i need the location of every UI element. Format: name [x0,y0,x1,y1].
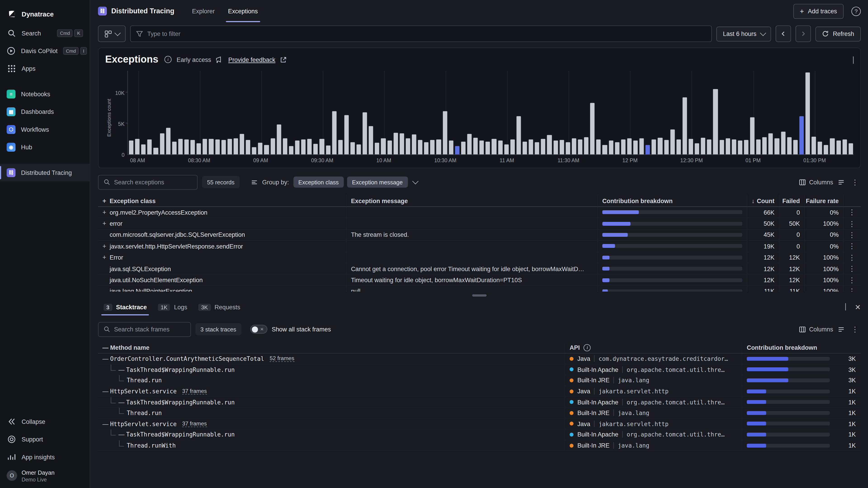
tab-explorer[interactable]: Explorer [185,0,221,22]
chart-bar[interactable] [535,142,539,154]
collapse-row-icon[interactable]: — [119,431,126,438]
column-header-exception-message[interactable]: Exception message [346,195,598,206]
stack-frame-row[interactable]: —TaskThread$WrappingRunnable.run Built-I… [98,429,861,440]
chart-bar[interactable] [295,141,300,154]
chart-bar[interactable] [209,139,213,155]
chart-bar[interactable] [381,138,385,154]
user-menu[interactable]: O Omer Dayan Demo Live [0,466,90,488]
sidebar-item-collapse[interactable]: Collapse [0,413,90,430]
chart-bar[interactable] [812,136,816,155]
frames-badge[interactable]: 37 frames [182,420,207,427]
sidebar-item-support[interactable]: Support [0,430,90,448]
chart-bar[interactable] [264,145,269,154]
chart-bar[interactable] [787,137,792,154]
group-by-chip[interactable]: Exception message [347,176,408,188]
chart-bar[interactable] [215,139,220,154]
column-header-count[interactable]: ↓Count [747,195,779,206]
expand-row-icon[interactable]: + [102,242,110,250]
column-header-method-name[interactable]: —Method name [98,342,565,353]
chart-bar[interactable] [375,142,379,154]
chart-bar[interactable] [615,142,619,154]
chart-bar[interactable] [818,141,822,155]
chart-bar[interactable] [129,141,133,154]
sidebar-item-hub[interactable]: ◉Hub [0,138,90,156]
chart-bar[interactable] [633,141,638,154]
refresh-button[interactable]: Refresh [815,26,861,41]
time-prev-button[interactable] [776,26,792,42]
column-header-contribution[interactable]: Contribution breakdown [598,195,747,206]
sidebar-item-davis-copilot[interactable]: Davis CoPilot CmdI [0,42,90,60]
provide-feedback-link[interactable]: Provide feedback [228,56,275,63]
exception-row[interactable]: +Error 12K 12K 100% ⋮ [98,252,861,263]
panel-collapse-chevron-icon[interactable] [853,56,854,63]
row-kebab-icon[interactable]: ⋮ [846,208,858,217]
chart-plot-area[interactable] [127,71,854,155]
chart-bar[interactable] [412,135,416,155]
row-kebab-icon[interactable]: ⋮ [846,265,858,273]
expand-row-icon[interactable]: + [102,254,110,261]
exception-row[interactable]: com.microsoft.sqlserver.jdbc.SQLServerEx… [98,230,861,241]
row-kebab-icon[interactable]: ⋮ [846,253,858,262]
show-all-stack-frames-toggle[interactable]: ✕ [250,325,267,334]
chart-bar[interactable] [541,139,546,155]
search-stack-frames-input[interactable]: Search stack frames [98,322,191,337]
more-options-kebab-icon[interactable]: ⋮ [849,178,861,186]
stack-frame-row[interactable]: Thread.run Built-In JRE java.lang 1K [98,408,861,419]
collapse-all-icon[interactable]: — [102,344,110,351]
chart-bar[interactable] [602,145,607,154]
chart-bar[interactable] [221,140,226,154]
chart-bar[interactable] [578,139,583,154]
chart-bar[interactable] [172,141,177,155]
more-options-kebab-icon[interactable]: ⋮ [849,325,861,333]
chart-bar[interactable] [467,134,472,155]
chart-bar[interactable] [744,140,748,154]
chart-bar[interactable] [203,139,207,155]
chart-bar-highlighted[interactable] [455,147,460,155]
row-kebab-icon[interactable]: ⋮ [846,287,858,292]
chart-bar[interactable] [492,139,496,155]
chart-bar[interactable] [393,133,398,154]
chart-bar[interactable] [640,138,644,154]
stack-frame-row[interactable]: —TaskThread$WrappingRunnable.run Built-I… [98,364,861,375]
chart-bar[interactable] [320,139,324,155]
column-header-exception-class[interactable]: +Exception class [98,195,346,206]
stack-frame-row[interactable]: —OrderController.CountArythmeticSequence… [98,354,861,364]
chart-bar[interactable] [449,141,453,154]
chart-bar[interactable] [486,141,490,155]
stack-frame-row[interactable]: Thread.runWith Built-In JRE java.lang 1K [98,440,861,451]
chart-bar[interactable] [664,140,669,154]
sidebar-item-notebooks[interactable]: ≡Notebooks [0,85,90,103]
chart-bar[interactable] [529,139,533,154]
chart-bar[interactable] [436,139,441,154]
exception-row[interactable]: java.lang.NullPointerException null 11K … [98,286,861,291]
chart-bar[interactable] [559,140,564,154]
time-range-button[interactable]: Last 6 hours [716,26,772,41]
chart-bar[interactable] [584,137,589,154]
sidebar-item-distributed-tracing[interactable]: ⛓Distributed Tracing [0,164,90,182]
chart-bar[interactable] [258,142,263,154]
chart-bar[interactable] [301,139,306,154]
chart-bar[interactable] [621,139,625,154]
help-icon[interactable]: ? [851,6,861,16]
chart-bar[interactable] [246,140,250,154]
chart-bar[interactable] [184,139,189,154]
chart-bar[interactable] [713,89,718,154]
columns-button[interactable]: Columns [799,326,833,333]
expand-all-icon[interactable]: + [102,197,110,204]
chart-bar[interactable] [160,133,164,154]
chart-bar[interactable] [277,125,281,155]
chart-bar-highlighted[interactable] [799,116,804,154]
expand-row-icon[interactable]: + [102,208,110,216]
chart-bar[interactable] [719,140,724,154]
chart-bar[interactable] [307,139,312,155]
chart-bar-highlighted[interactable] [646,145,650,154]
chart-bar[interactable] [332,111,336,154]
chart-bar[interactable] [406,138,410,154]
chart-bar[interactable] [141,144,146,154]
chart-bar[interactable] [338,140,343,154]
frames-badge[interactable]: 37 frames [182,388,207,394]
chart-bar[interactable] [326,146,330,154]
chart-bar[interactable] [763,137,767,154]
stack-frame-row[interactable]: —HttpServlet.service37 frames Java jakar… [98,386,861,397]
chart-bar[interactable] [234,138,238,154]
